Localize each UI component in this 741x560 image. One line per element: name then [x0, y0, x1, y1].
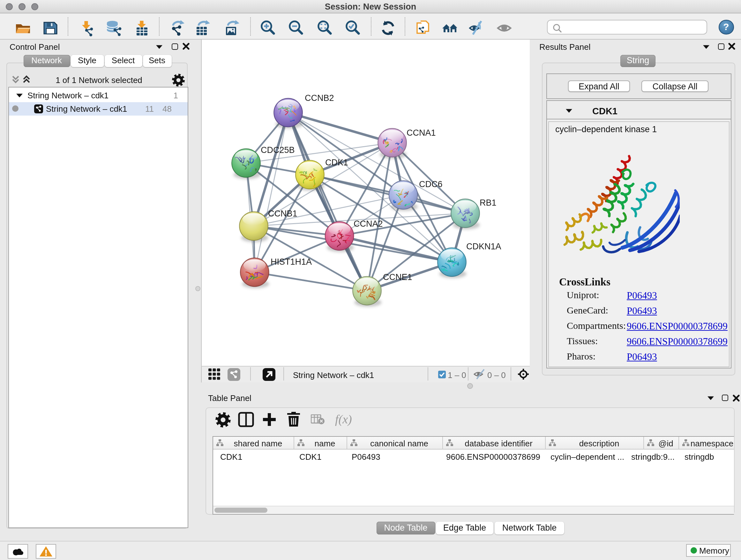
svg-text:CDKN1A: CDKN1A — [466, 241, 501, 251]
svg-text:CCNA2: CCNA2 — [353, 219, 383, 228]
svg-text:CCNA1: CCNA1 — [406, 128, 435, 137]
svg-text:CCNE1: CCNE1 — [383, 272, 412, 282]
svg-text:RB1: RB1 — [479, 198, 496, 207]
svg-text:CDC6: CDC6 — [419, 179, 442, 189]
svg-text:HIST1H1A: HIST1H1A — [270, 257, 312, 266]
svg-text:CDC25B: CDC25B — [260, 145, 294, 154]
svg-text:CCNB2: CCNB2 — [305, 93, 334, 103]
svg-text:CDK1: CDK1 — [325, 158, 348, 167]
svg-text:CCNB1: CCNB1 — [268, 208, 297, 218]
